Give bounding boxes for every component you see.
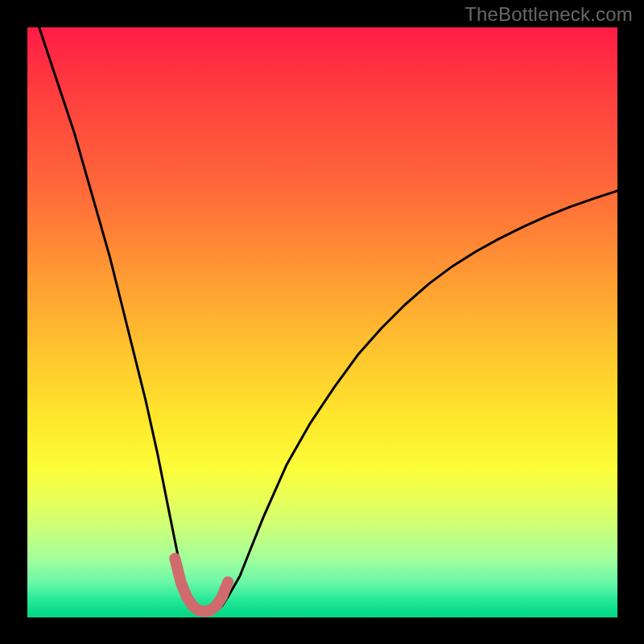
plot-area xyxy=(27,27,617,617)
watermark-text: TheBottleneck.com xyxy=(464,3,633,26)
bottleneck-curve xyxy=(39,27,617,612)
curve-svg xyxy=(27,27,617,617)
optimal-region-highlight xyxy=(175,559,228,612)
chart-frame: TheBottleneck.com xyxy=(0,0,644,644)
